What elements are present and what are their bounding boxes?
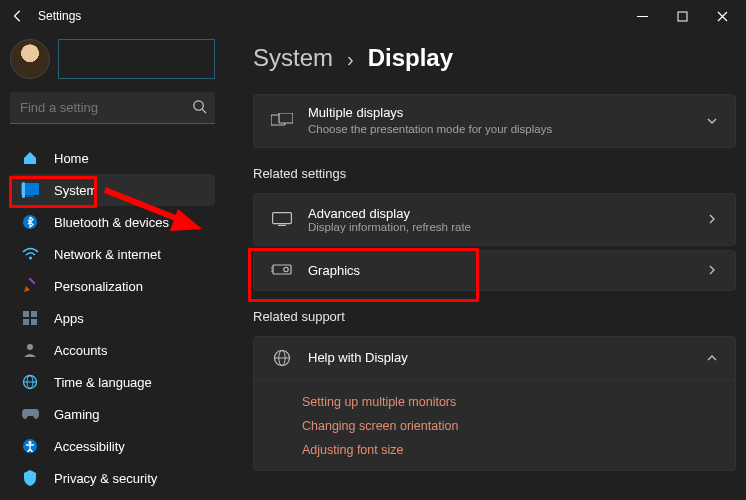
avatar [10, 39, 50, 79]
breadcrumb: System › Display [253, 44, 736, 72]
svg-point-18 [29, 441, 32, 444]
section-related-support: Related support [253, 309, 736, 324]
apps-icon [20, 308, 40, 328]
graphics-icon [268, 263, 296, 277]
profile-area[interactable] [10, 32, 215, 86]
personalization-icon [20, 276, 40, 296]
nav-accounts[interactable]: Accounts [10, 334, 215, 366]
nav-bluetooth[interactable]: Bluetooth & devices [10, 206, 215, 238]
system-icon [20, 180, 40, 200]
svg-rect-8 [28, 278, 35, 285]
home-icon [20, 148, 40, 168]
wifi-icon [20, 244, 40, 264]
svg-rect-9 [23, 311, 29, 317]
close-button[interactable] [702, 2, 742, 30]
profile-card[interactable] [58, 39, 215, 79]
row-title: Multiple displays [308, 105, 703, 122]
nav-label: Gaming [54, 407, 100, 422]
svg-rect-21 [273, 213, 292, 224]
display-icon [268, 212, 296, 226]
nav-gaming[interactable]: Gaming [10, 398, 215, 430]
row-advanced-display[interactable]: Advanced display Display information, re… [253, 193, 736, 246]
arrow-left-icon [11, 9, 25, 23]
svg-rect-10 [31, 311, 37, 317]
maximize-button[interactable] [662, 2, 702, 30]
row-multiple-displays[interactable]: Multiple displays Choose the presentatio… [253, 94, 736, 148]
chevron-down-icon [703, 115, 721, 127]
row-subtitle: Choose the presentation mode for your di… [308, 122, 703, 137]
svg-rect-12 [31, 319, 37, 325]
nav-label: Bluetooth & devices [54, 215, 169, 230]
nav-personalization[interactable]: Personalization [10, 270, 215, 302]
svg-rect-1 [678, 12, 687, 21]
row-help-with-display[interactable]: Help with Display [253, 336, 736, 380]
nav-privacy-security[interactable]: Privacy & security [10, 462, 215, 494]
svg-point-26 [284, 268, 288, 272]
help-icon [268, 349, 296, 367]
privacy-icon [20, 468, 40, 488]
row-subtitle: Display information, refresh rate [308, 221, 703, 233]
search-input[interactable] [10, 92, 215, 124]
row-title: Help with Display [308, 350, 703, 365]
svg-rect-11 [23, 319, 29, 325]
chevron-right-icon [703, 264, 721, 276]
search-icon [192, 99, 207, 114]
minimize-button[interactable] [622, 2, 662, 30]
nav-label: Time & language [54, 375, 152, 390]
svg-point-2 [194, 101, 203, 110]
help-link[interactable]: Changing screen orientation [302, 414, 735, 438]
back-button[interactable] [4, 2, 32, 30]
nav-accessibility[interactable]: Accessibility [10, 430, 215, 462]
nav-label: Apps [54, 311, 84, 326]
svg-rect-5 [26, 196, 34, 197]
titlebar: Settings [0, 0, 746, 32]
multiple-displays-icon [268, 113, 296, 129]
maximize-icon [677, 11, 688, 22]
nav-label: Accessibility [54, 439, 125, 454]
main-content: System › Display Multiple displays Choos… [225, 32, 746, 500]
nav-home[interactable]: Home [10, 142, 215, 174]
svg-rect-20 [279, 113, 293, 123]
search-box[interactable] [10, 92, 215, 124]
accessibility-icon [20, 436, 40, 456]
chevron-up-icon [703, 352, 721, 364]
window-title: Settings [38, 9, 622, 23]
nav-label: Privacy & security [54, 471, 157, 486]
chevron-right-icon: › [347, 48, 354, 71]
nav-label: Network & internet [54, 247, 161, 262]
section-related-settings: Related settings [253, 166, 736, 181]
nav-label: Personalization [54, 279, 143, 294]
nav-list: Home System Bluetooth & devices Network … [10, 142, 215, 494]
nav-label: System [54, 183, 97, 198]
svg-line-3 [202, 109, 206, 113]
chevron-right-icon [703, 213, 721, 225]
row-title: Graphics [308, 263, 703, 278]
svg-point-13 [27, 344, 33, 350]
nav-label: Accounts [54, 343, 107, 358]
nav-apps[interactable]: Apps [10, 302, 215, 334]
minimize-icon [637, 11, 648, 22]
gaming-icon [20, 404, 40, 424]
bluetooth-icon [20, 212, 40, 232]
help-link[interactable]: Setting up multiple monitors [302, 390, 735, 414]
nav-network[interactable]: Network & internet [10, 238, 215, 270]
help-link[interactable]: Adjusting font size [302, 438, 735, 462]
svg-point-7 [29, 257, 32, 260]
help-panel: Setting up multiple monitors Changing sc… [253, 380, 736, 471]
breadcrumb-parent[interactable]: System [253, 44, 333, 72]
nav-system[interactable]: System [10, 174, 215, 206]
sidebar: Home System Bluetooth & devices Network … [0, 32, 225, 500]
close-icon [717, 11, 728, 22]
row-title: Advanced display [308, 206, 703, 221]
breadcrumb-current: Display [368, 44, 453, 72]
nav-time-language[interactable]: Time & language [10, 366, 215, 398]
svg-rect-4 [21, 183, 39, 195]
nav-label: Home [54, 151, 89, 166]
row-graphics[interactable]: Graphics [253, 250, 736, 291]
accounts-icon [20, 340, 40, 360]
time-language-icon [20, 372, 40, 392]
